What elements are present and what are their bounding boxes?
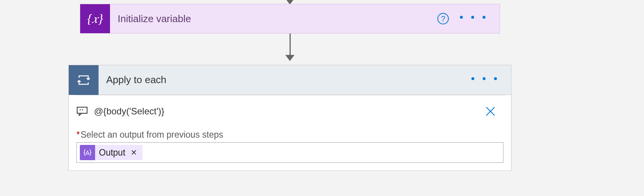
token-icon bbox=[80, 145, 95, 160]
comment-icon bbox=[76, 106, 88, 116]
close-icon[interactable] bbox=[485, 106, 503, 117]
action-title: Initialize variable bbox=[110, 13, 437, 25]
field-label: *Select an output from previous steps bbox=[69, 130, 511, 142]
token-remove-icon[interactable]: ✕ bbox=[129, 148, 139, 157]
action-card-apply-to-each: Apply to each • • • @{body('Sele bbox=[68, 65, 511, 171]
variable-icon: {𝑥} bbox=[80, 4, 110, 33]
required-asterisk: * bbox=[76, 130, 80, 140]
loop-body: @{body('Select')} *Select an output from… bbox=[69, 95, 511, 163]
help-icon[interactable]: ? bbox=[437, 13, 449, 24]
flow-connector-arrow bbox=[289, 34, 291, 61]
loop-header[interactable]: Apply to each • • • bbox=[69, 65, 511, 95]
more-menu-button[interactable]: • • • bbox=[460, 12, 488, 26]
dynamic-content-token[interactable]: Output ✕ bbox=[80, 145, 142, 160]
expression-row: @{body('Select')} bbox=[69, 95, 511, 130]
loop-title: Apply to each bbox=[99, 74, 471, 86]
svg-point-2 bbox=[82, 109, 83, 111]
loop-icon bbox=[69, 65, 99, 95]
token-label: Output bbox=[99, 148, 125, 158]
svg-point-1 bbox=[80, 109, 81, 111]
more-menu-button[interactable]: • • • bbox=[471, 73, 500, 87]
action-card-initialize-variable[interactable]: {𝑥} Initialize variable ? • • • bbox=[80, 4, 500, 34]
expression-text: @{body('Select')} bbox=[94, 106, 479, 117]
output-selector-input[interactable]: Output ✕ bbox=[76, 142, 503, 163]
